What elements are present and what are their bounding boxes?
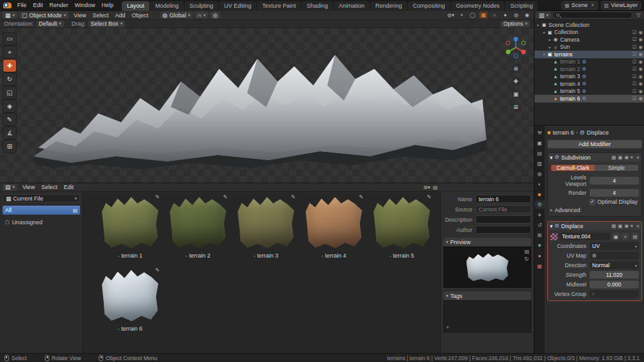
asset-author-field[interactable] — [475, 226, 531, 234]
render-visibility-icon[interactable]: ◉ — [638, 81, 643, 86]
checkbox-icon[interactable]: ☑ — [632, 81, 637, 86]
asset-cell-terrain-6[interactable]: ✎ ▫ terrain 6 — [99, 268, 161, 332]
ortho-toggle-icon[interactable]: ⊞ — [511, 102, 521, 111]
workspace-tab-compositing[interactable]: Compositing — [408, 1, 450, 11]
viewport-menu-select[interactable]: Select — [89, 12, 111, 19]
tool-annotate[interactable]: ✎ — [3, 113, 16, 126]
asset-description-field[interactable] — [475, 215, 531, 224]
tool-scale[interactable]: ◱ — [3, 86, 16, 99]
outliner-row-scene-collection[interactable]: ▸ ▣ Scene Collection — [534, 21, 644, 29]
workspace-tab-rendering[interactable]: Rendering — [370, 1, 408, 11]
viewport-menu-view[interactable]: View — [70, 12, 89, 19]
outliner-row-terrain-2[interactable]: ▲ terrain 2 ⚙ ☑◉ — [534, 65, 644, 73]
tool-rotate[interactable]: ↻ — [3, 73, 16, 85]
outliner-row-collection[interactable]: ▾ ▣ Collection ☑◉ — [534, 29, 644, 37]
pan-icon[interactable]: ✚ — [511, 76, 521, 86]
scene-unlink-icon[interactable]: × — [591, 2, 594, 8]
outliner-search-input[interactable] — [553, 12, 632, 19]
editor-type-select[interactable]: ▦▾ — [3, 12, 17, 19]
modifier-wrench-icon[interactable]: ⚙ — [582, 59, 586, 65]
properties-tab-modifiers[interactable]: ⚙ — [534, 201, 545, 209]
disclosure-icon[interactable]: ▾ — [541, 52, 547, 56]
menu-help[interactable]: Help — [99, 1, 117, 9]
checkbox-icon[interactable]: ☑ — [632, 51, 637, 57]
close-icon[interactable]: × — [636, 223, 640, 229]
asset-menu-edit[interactable]: Edit — [60, 183, 77, 191]
tool-cursor[interactable]: ⌖ — [3, 46, 16, 58]
workspace-tab-sculpting[interactable]: Sculpting — [185, 1, 219, 11]
subdivision-header[interactable]: ▾ ⚙ Subdivision ▦ ▣ ◉ ▾ × — [548, 153, 641, 161]
catalog-all[interactable]: All ▤ — [3, 206, 80, 215]
checkbox-icon[interactable]: ☑ — [632, 66, 637, 72]
workspace-tab-animation[interactable]: Animation — [334, 1, 370, 11]
displace-header[interactable]: ▾ ⚙ Displace ▦ ▣ ◉ ▾ × — [548, 222, 641, 230]
properties-tab-object[interactable]: ■ — [534, 190, 545, 199]
render-toggle-icon[interactable]: ◉ — [624, 223, 629, 229]
checkbox-icon[interactable]: ☑ — [632, 29, 637, 35]
texture-field[interactable]: Texture.004 — [559, 233, 610, 240]
tool-measure[interactable]: ∡ — [3, 127, 16, 139]
checkbox-icon[interactable]: ☑ — [632, 95, 637, 101]
show-texture-icon[interactable]: ▤ — [631, 233, 639, 240]
disclosure-icon[interactable]: ▸ — [547, 37, 552, 42]
properties-tab-particles[interactable]: ∗ — [534, 211, 545, 219]
new-texture-icon[interactable]: ▣ — [612, 233, 620, 240]
render-visibility-icon[interactable]: ◉ — [638, 66, 643, 72]
orientation-select[interactable]: Default▾ — [37, 21, 64, 28]
viewport-menu-add[interactable]: Add — [111, 12, 128, 19]
workspace-tab-layout[interactable]: Layout — [122, 1, 149, 11]
uv-map-field[interactable]: ▦ — [590, 252, 639, 259]
add-tag-icon[interactable]: + — [446, 324, 449, 331]
modifier-wrench-icon[interactable]: ⚙ — [582, 66, 586, 72]
properties-tab-world[interactable]: ◐ — [534, 180, 545, 188]
add-modifier-button[interactable]: Add Modifier — [547, 140, 642, 149]
scene-selector[interactable]: ▦ Scene × — [561, 1, 597, 10]
properties-tab-tool[interactable]: ⚒ — [534, 129, 545, 137]
edit-mode-toggle-icon[interactable]: ▦ — [611, 223, 616, 229]
menu-edit[interactable]: Edit — [30, 1, 47, 9]
asset-editor-type-select[interactable]: ▤▾ — [3, 184, 17, 191]
properties-tab-constraints[interactable]: ⌘ — [534, 231, 545, 240]
camera-view-icon[interactable]: ▣ — [511, 89, 521, 99]
close-icon[interactable]: × — [636, 154, 640, 161]
shading-solid-icon[interactable]: ● — [501, 12, 509, 19]
properties-tab-scene[interactable]: ◍ — [534, 170, 545, 178]
catmull-clark-button[interactable]: Catmull-Clark — [551, 165, 595, 171]
properties-tab-render[interactable]: ▣ — [534, 139, 545, 147]
direction-select[interactable]: Normal▾ — [590, 261, 639, 269]
asset-cell-terrain-2[interactable]: ✎ ▫ terrain 2 — [167, 195, 229, 259]
viewport-menu-object[interactable]: Object — [128, 12, 151, 19]
catalog-unassigned[interactable]: ▢ Unassigned — [3, 218, 80, 227]
checkbox-icon[interactable]: ☑ — [632, 74, 637, 79]
tool-add-cube[interactable]: ⊞ — [3, 140, 16, 152]
render-visibility-icon[interactable]: ◉ — [638, 29, 643, 35]
shading-rendered-icon[interactable]: ◉ — [523, 12, 531, 19]
render-visibility-icon[interactable]: ◉ — [638, 44, 643, 50]
modifier-wrench-icon[interactable]: ⚙ — [582, 95, 586, 101]
navigation-gizmo[interactable] — [503, 35, 529, 60]
outliner-editor-select[interactable]: ▥▾ — [536, 12, 551, 19]
load-preview-icon[interactable]: ▤ — [524, 249, 529, 254]
thumbnail-size-icon[interactable]: ⊞▾ — [424, 185, 431, 190]
asset-library-select[interactable]: ▦ Current File ▾ — [3, 194, 80, 202]
tool-move[interactable]: ✚ — [3, 60, 16, 72]
disclosure-icon[interactable]: ▸ — [547, 45, 552, 49]
render-visibility-icon[interactable]: ◉ — [638, 37, 643, 42]
modifier-wrench-icon[interactable]: ⚙ — [582, 81, 586, 86]
outliner-row-terrain-5[interactable]: ▲ terrain 5 ⚙ ☑◉ — [534, 88, 644, 95]
preview-panel-header[interactable]: ▾ Preview — [443, 238, 531, 246]
collapse-icon[interactable]: ▾ — [550, 223, 553, 229]
workspace-tab-uv-editing[interactable]: UV Editing — [219, 1, 257, 11]
asset-cell-terrain-3[interactable]: ✎ ▫ terrain 3 — [235, 195, 297, 259]
workspace-tab-shading[interactable]: Shading — [302, 1, 333, 11]
outliner-row-camera[interactable]: ▸ ◉ Camera ☑◉ — [534, 36, 644, 44]
tool-select-box[interactable]: ▭ — [3, 33, 16, 45]
disclosure-icon[interactable]: ▸ — [536, 22, 541, 27]
workspace-tab-geometry-nodes[interactable]: Geometry Nodes — [450, 1, 504, 11]
outliner-row-terrain-6[interactable]: ▲ terrain 6 ⚙ ☑◉ — [534, 95, 644, 103]
realtime-toggle-icon[interactable]: ▣ — [618, 223, 622, 229]
properties-tab-texture[interactable]: ▦ — [534, 262, 545, 270]
asset-menu-view[interactable]: View — [19, 183, 38, 191]
visibility-dropdown-icon[interactable]: ◍▾ — [447, 12, 455, 19]
properties-tab-object-data[interactable]: ▼ — [534, 242, 545, 250]
